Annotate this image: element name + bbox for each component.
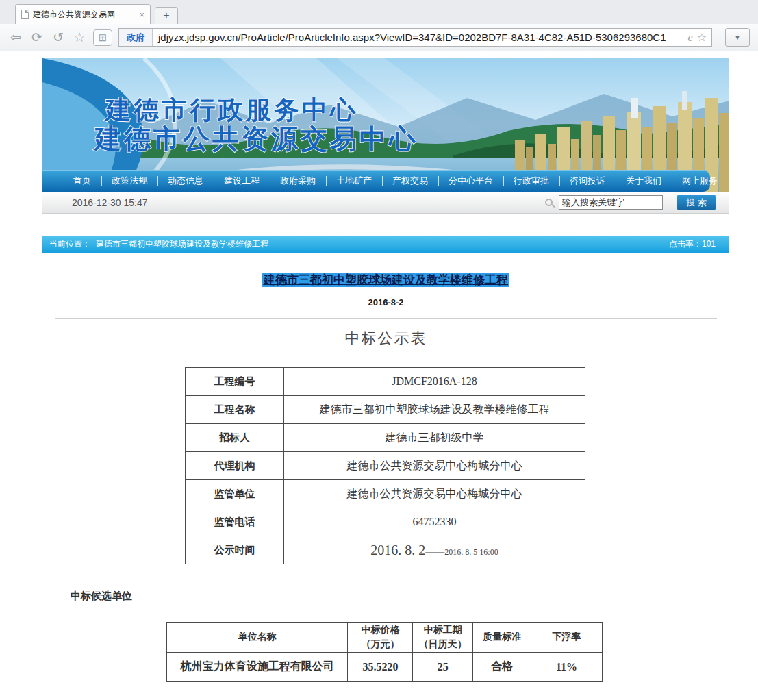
cell-price: 35.5220 xyxy=(348,653,413,682)
browser-tab-strip: 建德市公共资源交易网 × + xyxy=(0,0,758,24)
favorite-icon[interactable]: ☆ xyxy=(72,31,87,44)
site-container: 建德市行政服务中心 建德市公共资源交易中心 首页 政策法规 动态信息 建设工程 … xyxy=(42,58,729,682)
table-row: 工程名称 建德市三都初中塑胶球场建设及教学楼维修工程 xyxy=(186,396,585,424)
row-label: 监管电话 xyxy=(186,508,284,536)
publicity-start-date: 2016. 8. 2 xyxy=(370,542,425,558)
row-label: 代理机构 xyxy=(186,452,284,480)
row-value: 建德市三都初级中学 xyxy=(284,424,585,452)
nav-item-land[interactable]: 土地矿产 xyxy=(326,175,382,187)
banner-title-line1: 建德市行政服务中心 xyxy=(103,95,358,125)
article-title[interactable]: 建德市三都初中塑胶球场建设及教学楼维修工程 xyxy=(262,273,509,287)
browser-tab[interactable]: 建德市公共资源交易网 × xyxy=(15,4,151,24)
cell-duration: 25 xyxy=(413,653,473,682)
nav-item-construction[interactable]: 建设工程 xyxy=(214,175,270,187)
tab-close-icon[interactable]: × xyxy=(139,10,144,20)
nav-item-policies[interactable]: 政策法规 xyxy=(101,175,157,187)
cell-discount: 11% xyxy=(531,653,603,682)
publicity-end-date: 2016. 8. 5 16:00 xyxy=(444,547,498,557)
nav-item-online-service[interactable]: 网上服务 xyxy=(672,175,728,187)
search-input[interactable] xyxy=(559,195,663,210)
search-button[interactable]: 搜 索 xyxy=(677,195,716,210)
address-bar[interactable]: 政府 jdjyzx.jdsp.gov.cn/ProArticle/ProArti… xyxy=(118,28,712,47)
row-label: 公示时间 xyxy=(186,536,284,564)
col-header-price: 中标价格 （万元） xyxy=(348,623,413,653)
new-tab-button[interactable]: + xyxy=(155,7,178,24)
table-row: 监管电话 64752330 xyxy=(186,508,585,536)
divider xyxy=(55,318,717,319)
search-box: 搜 索 xyxy=(545,195,716,210)
undo-icon[interactable]: ↺ xyxy=(51,31,66,44)
row-value: 建德市三都初中塑胶球场建设及教学楼维修工程 xyxy=(284,396,585,424)
subheader-bar: 2016-12-30 15:47 搜 索 xyxy=(42,192,729,214)
article-date: 2016-8-2 xyxy=(42,297,729,308)
tab-title: 建德市公共资源交易网 xyxy=(33,9,135,21)
extensions-grid-icon[interactable]: ⊞ xyxy=(93,29,112,46)
search-icon xyxy=(545,199,553,206)
row-label: 工程编号 xyxy=(186,368,284,396)
nav-item-procurement[interactable]: 政府采购 xyxy=(270,175,326,187)
cell-company: 杭州宝力体育设施工程有限公司 xyxy=(167,653,348,682)
nav-item-property[interactable]: 产权交易 xyxy=(382,175,438,187)
refresh-icon[interactable]: ⟳ xyxy=(29,31,45,44)
breadcrumb-current[interactable]: 建德市三都初中塑胶球场建设及教学楼维修工程 xyxy=(96,238,268,250)
project-info-table: 工程编号 JDMCF2016A-128 工程名称 建德市三都初中塑胶球场建设及教… xyxy=(185,367,585,564)
main-navigation: 首页 政策法规 动态信息 建设工程 政府采购 土地矿产 产权交易 分中心平台 行… xyxy=(42,170,710,192)
article-subtitle: 中标公示表 xyxy=(42,328,729,349)
col-header-quality: 质量标准 xyxy=(473,623,531,653)
current-datetime: 2016-12-30 15:47 xyxy=(72,197,148,208)
row-value: JDMCF2016A-128 xyxy=(284,368,585,396)
url-text[interactable]: jdjyzx.jdsp.gov.cn/ProArticle/ProArticle… xyxy=(153,32,686,43)
site-banner: 建德市行政服务中心 建德市公共资源交易中心 首页 政策法规 动态信息 建设工程 … xyxy=(42,58,729,192)
col-header-duration: 中标工期 （日历天） xyxy=(413,623,473,653)
breadcrumb-label: 当前位置： xyxy=(49,238,90,250)
nav-item-approval[interactable]: 行政审批 xyxy=(503,175,559,187)
nav-item-news[interactable]: 动态信息 xyxy=(157,175,214,187)
nav-item-home[interactable]: 首页 xyxy=(63,175,101,187)
bid-table-data-row: 杭州宝力体育设施工程有限公司 35.5220 25 合格 11% xyxy=(167,653,603,682)
nav-item-complaints[interactable]: 咨询投诉 xyxy=(559,175,616,187)
col-header-company: 单位名称 xyxy=(167,623,348,653)
row-value: 64752330 xyxy=(284,508,585,536)
row-label: 工程名称 xyxy=(186,396,284,424)
table-row: 代理机构 建德市公共资源交易中心梅城分中心 xyxy=(186,452,585,480)
table-row: 招标人 建德市三都初级中学 xyxy=(186,424,585,452)
row-value: 建德市公共资源交易中心梅城分中心 xyxy=(284,452,585,480)
bid-candidates-table: 单位名称 中标价格 （万元） 中标工期 （日历天） 质量标准 下浮率 杭州 xyxy=(166,622,603,682)
back-icon[interactable]: ⇦ xyxy=(8,31,23,44)
hit-counter: 点击率：101 xyxy=(669,238,716,250)
nav-item-about[interactable]: 关于我们 xyxy=(616,175,672,187)
page-icon xyxy=(21,10,29,19)
bookmark-star-icon[interactable]: ☆ xyxy=(695,31,711,44)
table-row: 监管单位 建德市公共资源交易中心梅城分中心 xyxy=(186,480,585,508)
bid-table-header-row: 单位名称 中标价格 （万元） 中标工期 （日历天） 质量标准 下浮率 xyxy=(167,623,603,653)
nav-item-subcenter[interactable]: 分中心平台 xyxy=(438,175,503,187)
table-row-publicity-time: 公示时间 2016. 8. 2——2016. 8. 5 16:00 xyxy=(186,536,585,564)
publicity-dash: —— xyxy=(425,547,444,557)
url-dropdown-button[interactable]: ▼ xyxy=(725,28,750,47)
publicity-time-value: 2016. 8. 2——2016. 8. 5 16:00 xyxy=(284,536,585,564)
row-label: 监管单位 xyxy=(186,480,284,508)
table-row: 工程编号 JDMCF2016A-128 xyxy=(186,368,585,396)
article: 建德市三都初中塑胶球场建设及教学楼维修工程 2016-8-2 中标公示表 工程编… xyxy=(42,253,729,682)
row-value: 建德市公共资源交易中心梅城分中心 xyxy=(284,480,585,508)
banner-title-line2: 建德市公共资源交易中心 xyxy=(92,123,418,154)
ie-mode-icon[interactable]: e xyxy=(686,32,695,44)
row-label: 招标人 xyxy=(186,424,284,452)
browser-toolbar: ⇦ ⟳ ↺ ☆ ⊞ 政府 jdjyzx.jdsp.gov.cn/ProArtic… xyxy=(0,24,758,51)
candidates-heading: 中标候选单位 xyxy=(71,590,729,603)
col-header-discount: 下浮率 xyxy=(531,623,603,653)
breadcrumb: 当前位置： 建德市三都初中塑胶球场建设及教学楼维修工程 点击率：101 xyxy=(42,236,729,253)
gov-site-badge: 政府 xyxy=(119,29,153,46)
cell-quality: 合格 xyxy=(473,653,531,682)
